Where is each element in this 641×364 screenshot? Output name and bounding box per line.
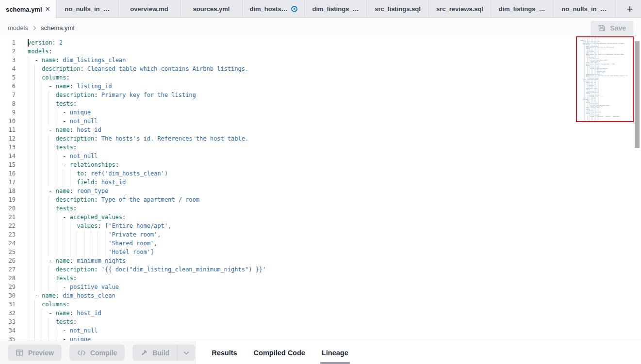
code-line-text[interactable]: - not_null — [22, 117, 641, 126]
code-line-text[interactable]: models: — [22, 47, 641, 56]
code-editor[interactable]: 1version: 22models:3 - name: dim_listing… — [0, 38, 641, 341]
line-number: 26 — [0, 256, 22, 265]
code-line-text[interactable]: description: '{{ doc("dim_listing_clean_… — [22, 265, 641, 274]
code-line-text[interactable]: - not_null — [22, 152, 641, 160]
code-line-text[interactable]: version: 2 — [22, 38, 641, 47]
code-line-text[interactable]: - name: minimum_nights — [22, 256, 641, 265]
code-line-text[interactable]: field: host_id — [22, 178, 641, 187]
build-options-button[interactable] — [177, 345, 195, 361]
code-line[interactable]: 2models: — [0, 47, 641, 56]
tab-schema-yml[interactable]: schema.yml× — [0, 0, 56, 18]
code-line[interactable]: 31 columns: — [0, 300, 641, 309]
code-line-text[interactable]: columns: — [22, 73, 641, 82]
scrollbar-thumb[interactable] — [635, 41, 640, 148]
code-line[interactable]: 27 description: '{{ doc("dim_listing_cle… — [0, 265, 641, 274]
tab-no-nulls-in[interactable]: no_nulls_in_… — [56, 0, 118, 18]
code-line[interactable]: 4 description: Cleansed table which cont… — [0, 64, 641, 73]
code-line-text[interactable]: tests: — [22, 99, 641, 108]
tab-dim-listings[interactable]: dim_listings_… — [491, 0, 553, 18]
code-line[interactable]: 21 - accepted_values: — [0, 213, 641, 222]
code-line[interactable]: 3 - name: dim_listings_clean — [0, 56, 641, 64]
code-line[interactable]: 10 - not_null — [0, 117, 641, 126]
code-line-text[interactable]: - positive_value — [22, 283, 641, 291]
code-line-text[interactable]: - relationships: — [22, 160, 641, 169]
minimap-viewport[interactable]: version: 2models: - name: dim_listings_c… — [576, 36, 634, 122]
code-line[interactable]: 8 tests: — [0, 99, 641, 108]
code-line[interactable]: 14 - not_null — [0, 152, 641, 160]
code-line[interactable]: 18 - name: room_type — [0, 187, 641, 195]
code-line-text[interactable]: description: The hosts's id. References … — [22, 134, 641, 143]
code-line-text[interactable]: - accepted_values: — [22, 213, 641, 222]
code-line[interactable]: 25 'Hotel room'] — [0, 248, 641, 256]
code-line-text[interactable]: - name: dim_hosts_clean — [22, 291, 641, 300]
code-line-text[interactable]: - unique — [22, 108, 641, 117]
code-line-text[interactable]: description: Primary key for the listing — [22, 91, 641, 99]
code-line[interactable]: 13 tests: — [0, 143, 641, 152]
code-line-text[interactable]: 'Private room', — [22, 230, 641, 239]
code-line[interactable]: 34 - not_null — [0, 326, 641, 335]
code-line[interactable]: 28 tests: — [0, 274, 641, 283]
code-line-text[interactable]: tests: — [22, 317, 641, 326]
code-line[interactable]: 35 - unique — [0, 335, 641, 341]
code-line[interactable]: 26 - name: minimum_nights — [0, 256, 641, 265]
line-number: 1 — [0, 38, 22, 47]
tab-src-reviews-sql[interactable]: src_reviews.sql — [429, 0, 491, 18]
code-line-text[interactable]: to: ref('dim_hosts_clean') — [22, 169, 641, 178]
panel-tab-results[interactable]: Results — [212, 341, 237, 364]
code-line-text[interactable]: tests: — [22, 274, 641, 283]
build-button[interactable]: Build — [132, 345, 177, 361]
code-line[interactable]: 17 field: host_id — [0, 178, 641, 187]
close-tab-icon[interactable]: × — [46, 6, 50, 13]
code-line-text[interactable]: tests: — [22, 143, 641, 152]
code-line-text[interactable]: - name: host_id — [22, 309, 641, 317]
code-line[interactable]: 16 to: ref('dim_hosts_clean') — [0, 169, 641, 178]
tab-sources-yml[interactable]: sources.yml — [181, 0, 243, 18]
code-line[interactable]: 12 description: The hosts's id. Referenc… — [0, 134, 641, 143]
code-line[interactable]: 15 - relationships: — [0, 160, 641, 169]
code-line-text[interactable]: - not_null — [22, 326, 641, 335]
code-line[interactable]: 22 values: ['Entire home/apt', — [0, 222, 641, 230]
tab-dim-hosts[interactable]: dim_hosts… — [243, 0, 305, 18]
panel-tab-compiled-code[interactable]: Compiled Code — [254, 341, 305, 364]
preview-button[interactable]: Preview — [8, 345, 62, 361]
code-line-text[interactable]: values: ['Entire home/apt', — [22, 222, 641, 230]
tab-dim-listings[interactable]: dim_listings_… — [305, 0, 367, 18]
code-line[interactable]: 33 tests: — [0, 317, 641, 326]
code-line[interactable]: 7 description: Primary key for the listi… — [0, 91, 641, 99]
code-line-text[interactable]: description: Cleansed table which contai… — [22, 64, 641, 73]
code-line[interactable]: 32 - name: host_id — [0, 309, 641, 317]
code-line[interactable]: 24 'Shared room', — [0, 239, 641, 248]
code-line[interactable]: 30 - name: dim_hosts_clean — [0, 291, 641, 300]
code-line-text[interactable]: 'Shared room', — [22, 239, 641, 248]
line-number: 20 — [0, 204, 22, 213]
code-line-text[interactable]: tests: — [22, 204, 641, 213]
line-number: 15 — [0, 160, 22, 169]
code-line-text[interactable]: columns: — [22, 300, 641, 309]
tab-no-nulls-in[interactable]: no_nulls_in_… — [553, 0, 615, 18]
code-line[interactable]: 5 columns: — [0, 73, 641, 82]
code-line[interactable]: 19 description: Type of the apartment / … — [0, 195, 641, 204]
code-line-text[interactable]: - name: dim_listings_clean — [22, 56, 641, 64]
code-line-text[interactable]: - name: host_id — [22, 126, 641, 134]
code-line[interactable]: 6 - name: listing_id — [0, 82, 641, 91]
code-line[interactable]: 11 - name: host_id — [0, 126, 641, 134]
breadcrumb-file: schema.yml — [41, 24, 74, 32]
code-line[interactable]: 1version: 2 — [0, 38, 641, 47]
code-line-text[interactable]: - name: listing_id — [22, 82, 641, 91]
tab-src-listings-sql[interactable]: src_listings.sql — [367, 0, 429, 18]
code-line-text[interactable]: 'Hotel room'] — [22, 248, 641, 256]
chevron-right-icon — [31, 25, 38, 32]
code-line[interactable]: 20 tests: — [0, 204, 641, 213]
code-line[interactable]: 29 - positive_value — [0, 283, 641, 291]
code-line[interactable]: 23 'Private room', — [0, 230, 641, 239]
code-line-text[interactable]: description: Type of the apartment / roo… — [22, 195, 641, 204]
tab-overview-md[interactable]: overview.md — [118, 0, 181, 18]
compile-button[interactable]: Compile — [69, 345, 125, 361]
code-line[interactable]: 9 - unique — [0, 108, 641, 117]
panel-tab-lineage[interactable]: Lineage — [322, 341, 348, 364]
code-line-text[interactable]: - unique — [22, 335, 641, 341]
new-tab-button[interactable]: + — [619, 0, 641, 18]
file-toolbar: models schema.yml Save — [0, 18, 641, 38]
save-button[interactable]: Save — [591, 21, 633, 35]
code-line-text[interactable]: - name: room_type — [22, 187, 641, 195]
